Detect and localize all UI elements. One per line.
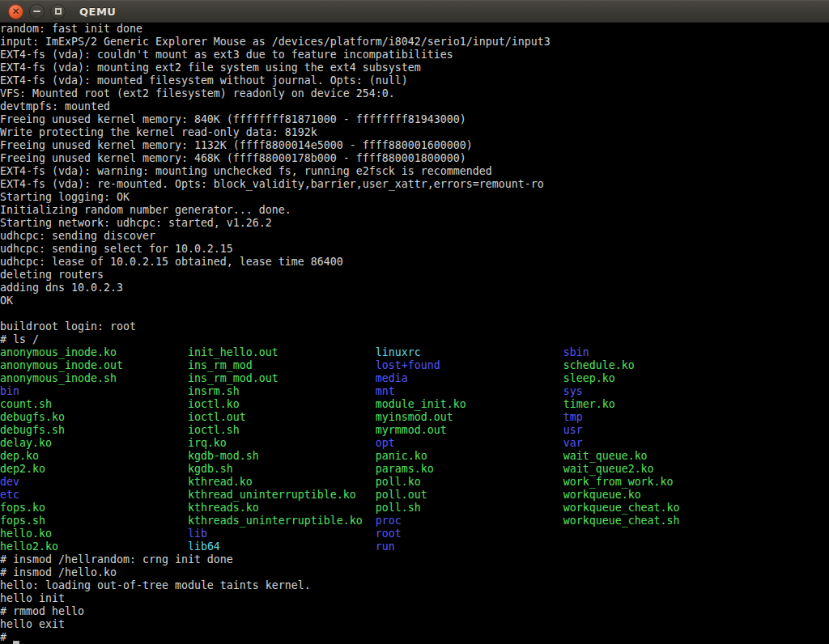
file-name: ins_rm_mod.out [188,372,376,384]
file-name: workqueue.ko [563,489,641,501]
file-name: dep2.ko [0,463,188,475]
file-name: dev [0,476,188,488]
terminal-line: dep.ko kgdb-mod.sh panic.ko wait_queue.k… [0,450,829,463]
console-text: Starting network: udhcpc: started, v1.26… [0,217,272,229]
file-name: kthreads_uninterruptible.ko [188,515,376,527]
file-name: debugfs.sh [0,424,188,436]
terminal-line: buildroot login: root [0,320,829,333]
terminal-line: etc kthread_uninterruptible.ko poll.out … [0,489,829,502]
console-text: input: ImExPS/2 Generic Explorer Mouse a… [0,36,551,48]
minimize-button[interactable] [29,4,45,19]
file-name: opt [376,437,563,449]
console-text: EXT4-fs (vda): mounting ext2 file system… [0,61,421,74]
file-name: module_init.ko [376,398,563,410]
file-name: delay.ko [0,437,188,449]
terminal-line: hello.ko lib root [0,527,829,540]
file-name: kthread_uninterruptible.ko [188,489,376,501]
terminal-line: # insmod /hellrandom: crng init done [0,553,829,566]
file-name: params.ko [376,463,563,475]
file-name: kgdb-mod.sh [188,450,376,462]
file-name: linuxrc [376,346,563,358]
window-title: QEMU [79,6,116,18]
file-name: run [376,540,395,553]
terminal-line: Starting logging: OK [0,191,829,204]
console-text: udhcpc: lease of 10.0.2.15 obtained, lea… [0,256,343,268]
file-name: lost+found [376,359,563,371]
file-name: sbin [563,346,589,358]
file-name: lib [188,527,376,540]
console-text: # [0,631,13,643]
terminal-line: count.sh ioctl.ko module_init.ko timer.k… [0,398,829,411]
terminal-line: fops.sh kthreads_uninterruptible.ko proc… [0,515,829,527]
titlebar: ✕ QEMU [0,0,829,23]
terminal-line: deleting routers [0,269,829,282]
terminal-line: Freeing unused kernel memory: 840K (ffff… [0,113,829,126]
terminal-line: debugfs.ko ioctl.out myinsmod.out tmp [0,411,829,424]
file-name: bin [0,385,188,397]
file-name: ioctl.out [188,411,376,423]
file-name: panic.ko [376,450,563,462]
terminal-line: Initializing random number generator... … [0,204,829,217]
terminal-screen[interactable]: random: fast init doneinput: ImExPS/2 Ge… [0,23,829,644]
console-text: # insmod /hellrandom: crng init done [0,553,233,566]
console-text: VFS: Mounted root (ext2 filesystem) read… [0,87,395,100]
console-text: # insmod /hello.ko [0,566,117,578]
file-name: debugfs.ko [0,411,188,423]
file-name: workqueue_cheat.ko [563,502,680,514]
terminal-cursor [13,632,19,644]
file-name: kthreads.ko [188,502,376,514]
console-text: hello exit [0,618,65,630]
file-name: sys [563,385,583,397]
terminal-line: hello exit [0,618,829,631]
terminal-line: delay.ko irq.ko opt var [0,437,829,450]
file-name: usr [563,424,583,436]
file-name: schedule.ko [563,359,635,371]
terminal-line: devtmpfs: mounted [0,100,829,113]
file-name: anonymous_inode.ko [0,346,188,358]
terminal-line: adding dns 10.0.2.3 [0,282,829,294]
file-name: wait_queue2.ko [563,463,654,475]
file-name: hello.ko [0,527,188,540]
terminal-line: udhcpc: sending select for 10.0.2.15 [0,243,829,256]
maximize-button[interactable] [50,4,66,19]
console-text: EXT4-fs (vda): mounted filesystem withou… [0,74,408,87]
file-name: anonymous_inode.sh [0,372,188,384]
file-name: wait_queue.ko [563,450,648,462]
console-text: udhcpc: sending discover [0,230,155,242]
file-name: etc [0,489,188,501]
file-name: fops.ko [0,502,188,514]
console-text: adding dns 10.0.2.3 [0,282,123,294]
file-name: ioctl.ko [188,398,376,410]
terminal-line: EXT4-fs (vda): warning: mounting uncheck… [0,165,829,178]
console-text: OK [0,294,13,307]
file-name: myinsmod.out [376,411,563,423]
console-text: Initializing random number generator... … [0,204,291,216]
terminal-line: EXT4-fs (vda): mounted filesystem withou… [0,74,829,87]
minimize-icon [33,11,40,12]
terminal-line: Freeing unused kernel memory: 468K (ffff… [0,152,829,165]
file-name: proc [376,515,563,527]
file-name: lib64 [188,540,376,553]
file-name: poll.ko [376,476,563,488]
file-name: ioctl.sh [188,424,376,436]
file-name: sleep.ko [563,372,615,384]
file-name: irq.ko [188,437,376,449]
console-text: Starting logging: OK [0,191,130,203]
terminal-line: # [0,631,829,644]
console-text: hello init [0,592,65,604]
qemu-window: ✕ QEMU random: fast init doneinput: ImEx… [0,0,829,644]
terminal-line: EXT4-fs (vda): mounting ext2 file system… [0,61,829,74]
file-name: workqueue_cheat.sh [563,515,680,527]
terminal-line: hello init [0,592,829,605]
close-button[interactable]: ✕ [8,4,23,19]
terminal-line: dep2.ko kgdb.sh params.ko wait_queue2.ko [0,463,829,476]
close-icon: ✕ [11,6,19,16]
terminal-line: # rmmod hello [0,605,829,618]
console-text: EXT4-fs (vda): re-mounted. Opts: block_v… [0,178,544,190]
file-name: var [563,437,583,449]
console-text: devtmpfs: mounted [0,100,110,112]
terminal-line: udhcpc: sending discover [0,230,829,243]
file-name: init_hello.out [188,346,376,358]
file-name: myrmmod.out [376,424,563,436]
file-name: hello2.ko [0,540,188,553]
